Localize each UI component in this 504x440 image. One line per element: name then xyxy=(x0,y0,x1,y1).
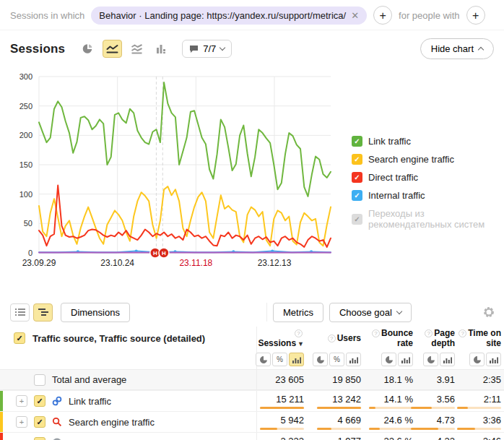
annotations-dropdown[interactable]: 7/7 xyxy=(182,40,232,58)
table-row[interactable]: Total and average23 60519 85018.1 %3.912… xyxy=(0,369,504,390)
metric-toggles-time-on-site xyxy=(457,353,503,366)
legend-checkbox[interactable]: ✓ xyxy=(352,214,362,225)
legend-checkbox[interactable]: ✓ xyxy=(352,190,362,201)
table-toolbar: Dimensions Metrics Choose goal xyxy=(0,298,504,327)
bars-display-toggle[interactable] xyxy=(398,353,413,366)
legend-item-2[interactable]: ✓Direct traffic xyxy=(352,172,504,183)
column-header-time-on-site[interactable]: ?Time on site xyxy=(457,328,503,349)
svg-text:150: 150 xyxy=(19,160,32,169)
bars-display-toggle[interactable] xyxy=(289,353,304,366)
expand-row-button[interactable]: + xyxy=(16,416,27,428)
series-line-link-traffic xyxy=(39,82,331,197)
table-row[interactable]: ✓Direct traffic2 2331 97722.6 %4.332:46 xyxy=(0,432,504,440)
legend-item-0[interactable]: ✓Link traffic xyxy=(352,136,504,147)
segment-filter-bar: Sessions in which Behavior · Landing pag… xyxy=(0,0,504,30)
help-icon[interactable]: ? xyxy=(372,329,380,337)
column-header-bounce-rate[interactable]: ?Bounce rate xyxy=(363,328,415,349)
mini-bar xyxy=(457,428,501,430)
metric-value: 15 211 xyxy=(276,394,304,405)
column-chart-type-button[interactable] xyxy=(152,40,171,58)
row-color-stripe xyxy=(0,412,3,432)
pie-display-toggle[interactable] xyxy=(469,353,485,366)
metric-cell: 1 977 xyxy=(306,436,363,440)
column-header-sessions[interactable]: ?Sessions▼ xyxy=(258,328,306,349)
svg-text:23.12.13: 23.12.13 xyxy=(258,258,292,268)
metric-toggles-sessions: % xyxy=(258,353,306,366)
link-icon xyxy=(52,396,62,406)
row-checkbox[interactable]: ✓ xyxy=(34,395,45,407)
metric-value: 4.73 xyxy=(437,415,455,426)
legend-item-4[interactable]: ✓Переходы из рекомендательных систем xyxy=(352,208,504,230)
segment-chip-label: Behavior · Landing page: https://yandex.… xyxy=(99,10,346,21)
legend-item-3[interactable]: ✓Internal traffic xyxy=(352,190,504,201)
help-icon[interactable]: ? xyxy=(425,329,433,337)
metric-value: 18.1 % xyxy=(384,374,413,385)
metric-value: 23 605 xyxy=(275,374,304,385)
pie-display-toggle[interactable] xyxy=(256,353,271,366)
bars-display-toggle[interactable] xyxy=(346,353,361,366)
row-checkbox[interactable]: ✓ xyxy=(34,416,45,428)
stacked-area-type-button[interactable] xyxy=(127,40,147,58)
line-chart-type-button[interactable] xyxy=(103,40,122,58)
chart-toolbar: Sessions xyxy=(0,30,504,65)
choose-goal-dropdown[interactable]: Choose goal xyxy=(329,303,412,322)
legend-checkbox[interactable]: ✓ xyxy=(352,136,362,147)
pie-display-toggle[interactable] xyxy=(381,353,396,366)
percent-display-toggle[interactable]: % xyxy=(329,353,344,366)
metric-value: 5 942 xyxy=(280,415,304,426)
help-icon[interactable]: ? xyxy=(295,329,303,337)
legend-label: Search engine traffic xyxy=(368,154,454,165)
row-checkbox[interactable]: ✓ xyxy=(34,437,45,440)
chevron-up-icon xyxy=(478,47,484,53)
row-checkbox[interactable] xyxy=(34,374,45,386)
metric-toggles-bounce-rate xyxy=(363,353,415,366)
series-line-direct-traffic xyxy=(39,186,331,247)
metrics-button[interactable]: Metrics xyxy=(273,303,323,322)
mini-bar xyxy=(411,428,455,430)
svg-text:200: 200 xyxy=(19,131,32,139)
tree-view-button[interactable] xyxy=(33,303,53,322)
percent-display-toggle[interactable]: % xyxy=(272,353,287,366)
dimensions-button[interactable]: Dimensions xyxy=(61,303,130,322)
expand-row-button[interactable]: + xyxy=(16,395,27,407)
legend-checkbox[interactable]: ✓ xyxy=(352,172,362,183)
metric-cell: 4 669 xyxy=(306,415,363,430)
column-header-page-depth[interactable]: ?Page depth xyxy=(415,328,457,349)
help-icon[interactable]: ? xyxy=(328,335,336,342)
legend-item-1[interactable]: ✓Search engine traffic xyxy=(352,154,504,165)
row-label: Link traffic xyxy=(69,396,111,407)
pie-chart-type-button[interactable] xyxy=(78,40,97,58)
metric-value: 19 850 xyxy=(332,374,361,385)
svg-text:Н: Н xyxy=(153,250,157,256)
svg-text:23.09.29: 23.09.29 xyxy=(22,258,56,268)
note-marker[interactable]: Н xyxy=(159,248,169,258)
metric-display-toggles-row: %% xyxy=(0,350,504,369)
metric-value: 22.6 % xyxy=(384,436,413,440)
table-row[interactable]: +✓Link traffic15 21113 24214.1 %3.562:11 xyxy=(0,390,504,411)
svg-text:0: 0 xyxy=(28,249,32,257)
flat-list-view-button[interactable] xyxy=(10,303,30,322)
pie-display-toggle[interactable] xyxy=(313,353,328,366)
chevron-down-icon xyxy=(396,308,402,314)
remove-segment-icon[interactable]: ✕ xyxy=(351,11,359,20)
pie-display-toggle[interactable] xyxy=(423,353,438,366)
metric-value: 4.33 xyxy=(437,436,455,440)
metric-cell: 19 850 xyxy=(306,374,363,385)
segment-chip[interactable]: Behavior · Landing page: https://yandex.… xyxy=(91,7,367,25)
add-segment-button[interactable]: + xyxy=(373,6,392,25)
bars-display-toggle[interactable] xyxy=(486,353,501,366)
legend-label: Internal traffic xyxy=(368,190,425,201)
metric-cell: 18.1 % xyxy=(363,374,415,385)
bars-display-toggle[interactable] xyxy=(440,353,455,366)
select-all-checkbox[interactable]: ✓ xyxy=(14,332,25,344)
legend-checkbox[interactable]: ✓ xyxy=(352,154,362,165)
hide-chart-button[interactable]: Hide chart xyxy=(420,38,494,59)
metric-value: 3.56 xyxy=(437,394,455,405)
table-row[interactable]: +✓Search engine traffic5 9424 66924.6 %4… xyxy=(0,411,504,432)
chart-title: Sessions xyxy=(10,42,65,56)
table-settings-gear-icon[interactable] xyxy=(482,306,495,319)
help-icon[interactable]: ? xyxy=(459,329,466,337)
metric-cell: 3.91 xyxy=(415,374,457,385)
column-header-users[interactable]: ?Users xyxy=(306,333,363,343)
add-people-filter-button[interactable]: + xyxy=(466,6,485,25)
